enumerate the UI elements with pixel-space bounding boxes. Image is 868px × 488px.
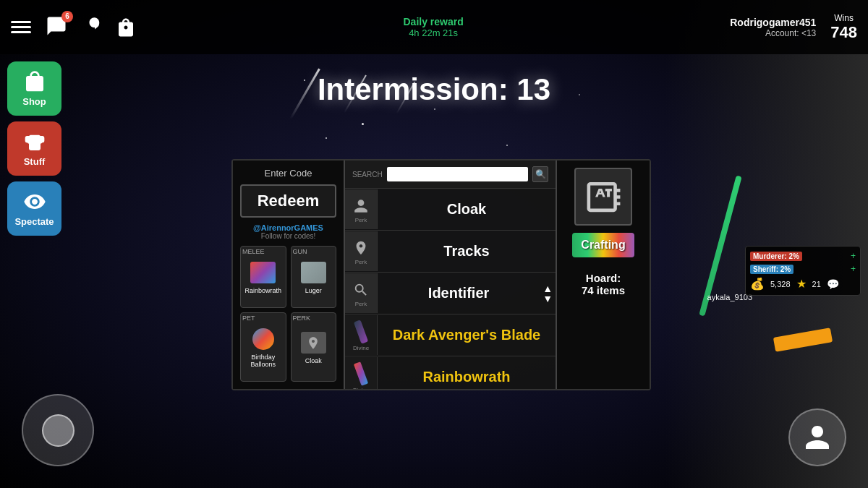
category-identifier[interactable]: Perk Identifier ▲ ▼ — [345, 273, 556, 314]
daily-reward-label: Daily reward — [137, 16, 730, 27]
hamburger-menu[interactable] — [11, 21, 31, 33]
pet-item-name: Birthday Balloons — [244, 354, 283, 368]
item-grid: MELEE Rainbowrath GUN Luger PET — [240, 246, 336, 382]
creator-sub: Follow for codes! — [240, 232, 336, 240]
tracks-perk-icon: Perk — [345, 231, 378, 271]
scroll-down: ▼ — [542, 294, 553, 304]
panel-middle: SEARCH 🔍 Perk Cloak Perk Tracks — [345, 160, 556, 389]
identifier-category-name: Identifier — [378, 279, 540, 307]
user-info: Rodrigogamer451 Account: <13 — [730, 17, 816, 38]
chat-badge-wrapper: 6 — [46, 15, 67, 40]
star-count: 21 — [812, 280, 821, 288]
category-list: Perk Cloak Perk Tracks Perk Identifier — [345, 189, 556, 389]
creator-handle: @AirennorGAMES — [240, 223, 336, 232]
sheriff-label: Sheriff: 2% — [750, 265, 793, 274]
bag-icon[interactable] — [115, 17, 137, 38]
category-dark-avengers-blade[interactable]: Divine Dark Avenger's Blade — [345, 314, 556, 356]
scroll-up: ▲ — [542, 283, 553, 294]
stuff-button[interactable]: Stuff — [7, 121, 61, 176]
melee-item-image — [249, 260, 278, 286]
category-tracks[interactable]: Perk Tracks — [345, 231, 556, 273]
enter-code-label: Enter Code — [240, 168, 336, 179]
sheriff-stat-row: Sheriff: 2% + — [750, 264, 856, 274]
perk-type-label: PERK — [293, 314, 311, 322]
daily-reward-timer: 4h 22m 21s — [137, 27, 730, 38]
wins-label: Wins — [830, 13, 857, 23]
rainbowrath-divine-icon: Divine — [345, 357, 378, 389]
hoard-info: Hoard: 74 items — [582, 272, 625, 296]
rainbowrath-name: Rainbowrath — [378, 363, 556, 389]
top-icons: 6 — [46, 15, 137, 40]
human-figure-cloak — [353, 195, 369, 217]
shop-button[interactable]: Shop — [7, 61, 61, 116]
forge-svg — [584, 177, 624, 217]
hoard-count: 74 items — [582, 284, 625, 296]
star-icon: ★ — [796, 277, 807, 291]
pet-item-card[interactable]: PET Birthday Balloons — [240, 312, 286, 382]
melee-type-label: MELEE — [242, 248, 265, 255]
identifier-perk-label: Perk — [355, 301, 367, 307]
panel-right: Crafting Hoard: 74 items — [556, 160, 650, 389]
intermission-text: Intermission: 13 — [0, 72, 868, 107]
pet-type-label: PET — [242, 314, 255, 322]
search-button[interactable]: 🔍 — [532, 166, 548, 182]
joystick-area[interactable] — [22, 394, 94, 466]
cloak-perk-icon: Perk — [345, 189, 378, 229]
joystick-outer — [22, 394, 94, 466]
dark-blade-divine-icon: Divine — [345, 315, 378, 355]
shop-label: Shop — [22, 96, 46, 107]
category-cloak[interactable]: Perk Cloak — [345, 189, 556, 231]
wins-section: Wins 748 — [830, 13, 857, 42]
search-input[interactable] — [387, 167, 528, 181]
sheriff-plus[interactable]: + — [851, 264, 856, 274]
search-label: SEARCH — [352, 171, 383, 179]
spectate-label: Spectate — [14, 216, 54, 227]
perk-item-image — [299, 330, 328, 356]
cloak-category-name: Cloak — [378, 195, 556, 223]
identifier-perk-icon: Perk — [345, 273, 378, 313]
speech-icon[interactable] — [80, 17, 102, 38]
redeem-button[interactable]: Redeem — [240, 184, 336, 218]
melee-item-name: Rainbowrath — [244, 287, 281, 294]
rainbowrath-divine-label: Divine — [353, 387, 369, 389]
cloak-perk-label: Perk — [355, 217, 367, 223]
joystick-inner — [42, 414, 75, 447]
creator-info: @AirennorGAMES Follow for codes! — [240, 223, 336, 240]
hoard-label: Hoard: — [582, 272, 625, 284]
search-bar: SEARCH 🔍 — [345, 160, 556, 189]
crafting-button[interactable]: Crafting — [572, 233, 634, 257]
pet-item-image — [249, 327, 278, 352]
category-rainbowrath[interactable]: Divine Rainbowrath — [345, 356, 556, 389]
tracks-category-name: Tracks — [378, 237, 556, 265]
username: Rodrigogamer451 — [730, 17, 816, 28]
melee-item-card[interactable]: MELEE Rainbowrath — [240, 246, 286, 308]
inventory-panel: Enter Code Redeem @AirennorGAMES Follow … — [231, 159, 651, 390]
tracks-perk-label: Perk — [355, 259, 367, 265]
perk-item-card[interactable]: PERK Cloak — [291, 312, 337, 382]
murderer-plus[interactable]: + — [851, 251, 856, 261]
bottom-stats: 💰 5,328 ★ 21 💬 — [750, 277, 856, 291]
spectate-button[interactable]: Spectate — [7, 181, 61, 236]
coin-icon: 💰 — [750, 277, 765, 291]
murderer-stat-row: Murderer: 2% + — [750, 251, 856, 261]
chat-small-icon[interactable]: 💬 — [827, 278, 839, 290]
scroll-arrows: ▲ ▼ — [540, 281, 556, 307]
coin-count: 5,328 — [770, 280, 791, 288]
player-icon-bottom[interactable] — [788, 408, 846, 466]
gun-type-label: GUN — [293, 248, 307, 255]
left-sidebar: Shop Stuff Spectate — [7, 61, 61, 236]
gun-item-name: Luger — [305, 287, 322, 294]
forge-icon[interactable] — [574, 168, 632, 226]
gun-item-card[interactable]: GUN Luger — [291, 246, 337, 308]
murderer-label: Murderer: 2% — [750, 252, 802, 261]
top-bar: 6 Daily reward 4h 22m 21s Rodrigogamer45… — [0, 0, 868, 54]
chat-badge: 6 — [61, 11, 73, 22]
panel-left: Enter Code Redeem @AirennorGAMES Follow … — [233, 160, 345, 389]
player-figure-icon — [803, 419, 832, 455]
wins-count: 748 — [830, 23, 857, 42]
magnifier-icon — [353, 279, 369, 301]
backpack-icon — [23, 130, 46, 153]
shop-icon — [23, 70, 46, 93]
dark-blade-divine-label: Divine — [353, 345, 369, 351]
daily-reward-section: Daily reward 4h 22m 21s — [137, 16, 730, 38]
